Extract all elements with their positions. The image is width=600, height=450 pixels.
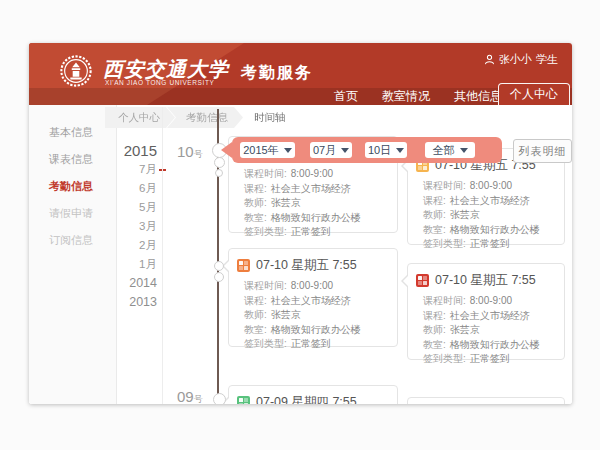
nav-item-personal-center-active[interactable]: 个人中心 [498,83,570,105]
timeline-node [214,157,225,168]
filter-bar: 2015年 07月 10日 全部 [232,137,502,163]
category-dropdown[interactable]: 全部 [425,142,475,158]
month-item-feb[interactable]: 2月 [84,236,157,255]
breadcrumb-timeline[interactable]: 时间轴 [235,107,301,128]
day-dropdown[interactable]: 10日 [365,142,407,158]
day-marker-09: 09号 [177,388,203,404]
attendance-card[interactable]: 07-10 星期五 7:55 课程时间:8:00-9:00 课程:社会主义市场经… [228,248,398,347]
university-name-en: XI'AN JIAO TONG UNIVERSITY [105,79,214,86]
attendance-card[interactable]: 07-10 星期五 7:55 课程时间:8:00-9:00 课程:社会主义市场经… [407,263,565,360]
month-item-jun[interactable]: 6月 [84,179,157,198]
month-item-may[interactable]: 5月 [84,198,157,217]
timeline-node [214,272,224,282]
filter-bar-arrow [221,142,232,158]
card-date: 07-10 星期五 7:55 [256,257,357,274]
caret-down-icon [460,148,468,153]
caret-down-icon [396,148,404,153]
status-icon-absent [416,274,429,287]
timeline-node [213,393,226,404]
list-detail-button[interactable]: 列表明细 [513,139,572,163]
card-date: 07-09 星期四 7:55 [256,394,357,404]
breadcrumb-personal-center[interactable]: 个人中心 [105,107,175,128]
status-icon-normal [237,396,250,404]
rail-divider [162,107,163,404]
breadcrumb: 个人中心 考勤信息 时间轴 [105,107,301,128]
app-window: 西安交通大学 XI'AN JIAO TONG UNIVERSITY 考勤服务 张… [29,43,572,404]
nav-item-home[interactable]: 首页 [334,88,358,105]
card-date: 07-10 星期五 7:55 [435,272,536,289]
app-title: 考勤服务 [241,63,313,84]
attendance-card[interactable] [407,397,565,404]
year-item-2014[interactable]: 2014 [84,274,157,293]
month-dropdown[interactable]: 07月 [310,142,352,158]
person-icon [484,54,495,65]
user-role: 学生 [536,52,558,67]
timeline-node [214,261,224,271]
card-arrow [401,274,408,288]
status-icon-late [237,259,250,272]
attendance-card[interactable]: 07-09 星期四 7:55 [228,385,398,404]
user-info[interactable]: 张小小 学生 [484,52,558,67]
year-month-rail: 2015 7月 6月 5月 3月 2月 1月 2014 2013 [84,141,157,312]
main-nav: 首页 教室情况 其他信息 [334,88,502,105]
app-header: 西安交通大学 XI'AN JIAO TONG UNIVERSITY 考勤服务 张… [29,43,572,105]
day-marker-10: 10号 [177,143,203,161]
nav-item-other-info[interactable]: 其他信息 [454,88,502,105]
year-dropdown[interactable]: 2015年 [240,142,295,158]
month-item-jan[interactable]: 1月 [84,255,157,274]
month-item-mar[interactable]: 3月 [84,217,157,236]
caret-down-icon [341,148,349,153]
content-area: 基本信息 课表信息 考勤信息 请假申请 订阅信息 个人中心 考勤信息 时间轴 2… [29,105,572,404]
year-item-2013[interactable]: 2013 [84,293,157,312]
user-name: 张小小 [499,52,532,67]
timeline-node [215,169,223,177]
year-item-2015[interactable]: 2015 [84,141,157,160]
month-item-jul[interactable]: 7月 [84,160,157,179]
breadcrumb-attendance-info[interactable]: 考勤信息 [167,107,243,128]
nav-item-classrooms[interactable]: 教室情况 [382,88,430,105]
university-logo-icon [59,54,93,88]
caret-down-icon [284,148,292,153]
page: 西安交通大学 XI'AN JIAO TONG UNIVERSITY 考勤服务 张… [0,0,600,450]
